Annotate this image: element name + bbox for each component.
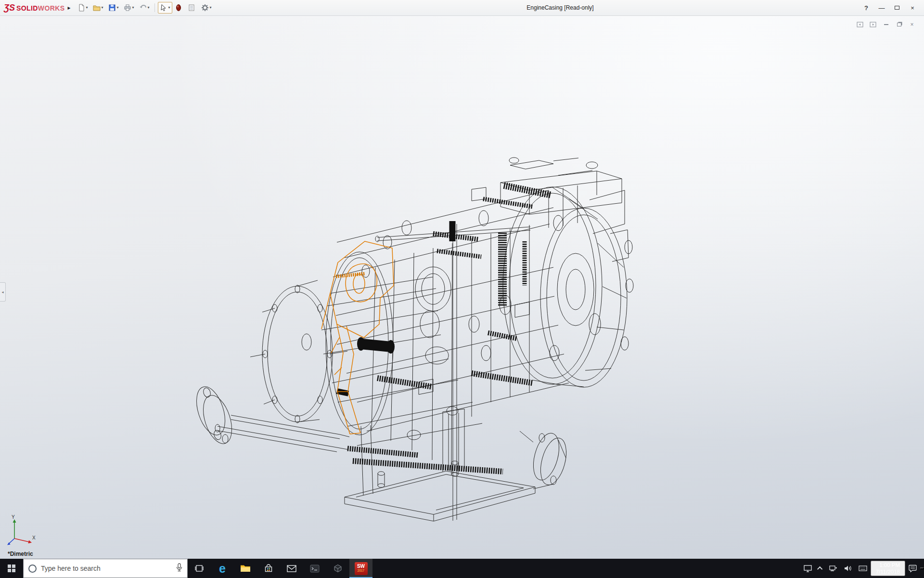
pane-left-icon[interactable] <box>856 21 864 28</box>
wireframe-geometry <box>191 158 633 521</box>
edge-browser-button[interactable]: e <box>211 559 234 578</box>
search-placeholder: Type here to search <box>41 565 172 572</box>
open-folder-icon <box>93 4 101 12</box>
graphics-viewport[interactable]: × ◂ <box>0 16 924 559</box>
help-button[interactable]: ? <box>859 1 874 14</box>
microsoft-store-icon <box>264 564 273 573</box>
dropdown-caret[interactable]: ▾ <box>102 6 103 10</box>
solidworks-titlebar: ƷS SOLID WORKS ▸ ▾ ▾ ▾ <box>0 0 924 16</box>
cortana-circle-icon <box>28 565 37 573</box>
engine-casing-wireframe-model[interactable] <box>0 16 924 559</box>
menu-expand-button[interactable]: ▸ <box>67 4 70 11</box>
action-center-icon <box>909 565 917 572</box>
desktop-screen: ƷS SOLID WORKS ▸ ▾ ▾ ▾ <box>0 0 924 578</box>
edge-browser-icon: e <box>219 563 226 575</box>
touch-keyboard-button[interactable] <box>855 559 871 578</box>
orientation-triad: Y X <box>6 514 37 547</box>
print-icon <box>124 4 131 12</box>
keyboard-icon <box>859 565 867 571</box>
dropdown-caret[interactable]: ▾ <box>210 6 212 10</box>
save-button[interactable]: ▾ <box>106 2 121 13</box>
maximize-icon <box>895 6 899 10</box>
restore-icon <box>897 23 901 26</box>
windows-start-icon <box>8 565 15 572</box>
dropdown-caret[interactable]: ▾ <box>148 6 150 10</box>
store-button[interactable] <box>257 559 280 578</box>
mail-icon <box>287 565 296 572</box>
design-binder-button[interactable] <box>186 2 198 13</box>
new-document-button[interactable]: ▾ <box>76 2 90 13</box>
display-tray-button[interactable] <box>800 559 815 578</box>
appearance-button[interactable] <box>173 2 185 13</box>
taskbar-search[interactable]: Type here to search <box>23 559 188 578</box>
hidden-icons-chevron-icon <box>817 566 822 572</box>
solidworks-app-label: SW <box>357 564 365 569</box>
open-button[interactable]: ▾ <box>91 2 105 13</box>
document-list-icon <box>188 4 195 12</box>
viewer-app-button[interactable] <box>326 559 349 578</box>
minimize-button[interactable]: — <box>874 1 889 14</box>
undo-icon <box>139 4 147 12</box>
clock-date: 7/11/2018 <box>876 568 900 575</box>
network-icon <box>829 565 837 572</box>
dropdown-caret[interactable]: ▾ <box>117 6 119 10</box>
brand-solid: SOLID <box>16 4 38 12</box>
x-axis-label: X <box>32 535 36 540</box>
pane-right-icon[interactable] <box>869 21 877 28</box>
select-tool-button[interactable]: ▾ <box>158 2 172 13</box>
display-icon <box>804 565 812 572</box>
ds-logo-mark: ƷS <box>4 3 15 13</box>
solidworks-taskbar-button[interactable]: SW 2017 <box>349 559 372 578</box>
window-controls: ? — × <box>859 1 920 14</box>
file-explorer-button[interactable] <box>234 559 257 578</box>
volume-tray-button[interactable] <box>841 559 855 578</box>
save-icon <box>108 4 116 12</box>
microphone-icon[interactable] <box>176 563 182 574</box>
document-title: EngineCasing [Read-only] <box>526 4 593 11</box>
document-close-button[interactable]: × <box>908 21 916 28</box>
network-tray-button[interactable] <box>826 559 841 578</box>
options-gear-icon <box>201 4 209 12</box>
quick-access-toolbar: ▾ ▾ ▾ ▾ <box>76 2 214 13</box>
mail-button[interactable] <box>280 559 303 578</box>
cube-app-icon <box>334 564 342 573</box>
clock-time: 1:00 PM <box>876 562 900 568</box>
feature-manager-collapsed-tab[interactable]: ◂ <box>0 282 6 302</box>
highlighted-component[interactable] <box>321 241 394 434</box>
maximize-button[interactable] <box>889 1 905 14</box>
task-view-button[interactable] <box>188 559 211 578</box>
minimize-icon <box>884 24 888 25</box>
terminal-button[interactable] <box>303 559 326 578</box>
view-orientation-label: *Dimetric <box>8 551 33 557</box>
show-desktop-button[interactable] <box>920 567 924 569</box>
brand-works: WORKS <box>38 4 65 12</box>
document-minimize-button[interactable] <box>882 21 890 28</box>
solidworks-app-icon: SW 2017 <box>355 562 368 575</box>
close-button[interactable]: × <box>905 1 920 14</box>
file-explorer-icon <box>240 564 251 573</box>
terminal-icon <box>310 565 320 573</box>
windows-taskbar: Type here to search e SW <box>0 559 924 578</box>
start-button[interactable] <box>0 559 23 578</box>
options-button[interactable]: ▾ <box>199 2 214 13</box>
document-window-controls: × <box>856 21 916 28</box>
toolbar-separator <box>154 3 155 12</box>
appearance-bead-icon <box>175 4 182 12</box>
dropdown-caret[interactable]: ▾ <box>132 6 134 10</box>
solidworks-app-year: 2017 <box>358 569 364 573</box>
y-axis-arrow <box>13 519 16 523</box>
print-button[interactable]: ▾ <box>122 2 136 13</box>
x-axis-arrow <box>28 540 32 544</box>
dropdown-caret[interactable]: ▾ <box>168 6 170 10</box>
y-axis-label: Y <box>12 514 15 520</box>
select-cursor-icon <box>160 4 167 12</box>
document-restore-button[interactable] <box>895 21 903 28</box>
dropdown-caret[interactable]: ▾ <box>86 6 88 10</box>
new-document-icon <box>77 4 85 12</box>
hidden-icons-button[interactable] <box>815 559 826 578</box>
undo-button[interactable]: ▾ <box>137 2 152 13</box>
taskbar-clock[interactable]: 1:00 PM 7/11/2018 <box>871 561 905 576</box>
solid-pins <box>337 221 452 394</box>
action-center-button[interactable] <box>905 559 920 578</box>
solidworks-logo: ƷS SOLID WORKS <box>4 3 64 13</box>
